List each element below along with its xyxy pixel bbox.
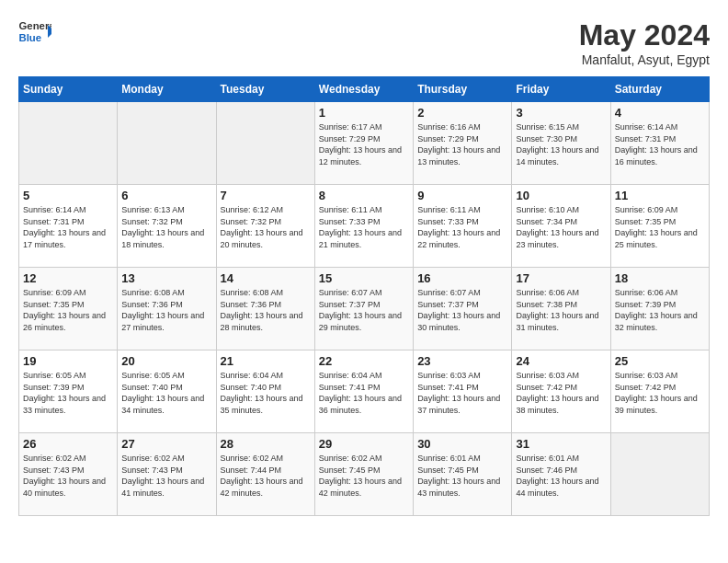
day-info: Sunrise: 6:06 AMSunset: 7:39 PMDaylight:… [615,287,705,333]
day-number: 14 [221,271,311,285]
weekday-header-wednesday: Wednesday [314,77,413,102]
weekday-header-row: SundayMondayTuesdayWednesdayThursdayFrid… [19,77,710,102]
title-area: May 2024 Manfalut, Asyut, Egypt [579,18,710,67]
calendar-cell: 25 Sunrise: 6:03 AMSunset: 7:42 PMDaylig… [610,350,709,433]
calendar-cell: 19 Sunrise: 6:05 AMSunset: 7:39 PMDaylig… [19,350,118,433]
day-number: 4 [615,106,705,120]
day-info: Sunrise: 6:12 AMSunset: 7:32 PMDaylight:… [221,204,311,250]
day-number: 9 [417,189,507,202]
calendar-week-row: 5 Sunrise: 6:14 AMSunset: 7:31 PMDayligh… [19,185,710,268]
day-info: Sunrise: 6:11 AMSunset: 7:33 PMDaylight:… [319,204,409,250]
calendar-cell: 13 Sunrise: 6:08 AMSunset: 7:36 PMDaylig… [118,268,216,350]
day-info: Sunrise: 6:02 AMSunset: 7:45 PMDaylight:… [319,453,409,499]
day-info: Sunrise: 6:07 AMSunset: 7:37 PMDaylight:… [417,287,507,333]
day-number: 6 [121,189,211,202]
day-info: Sunrise: 6:02 AMSunset: 7:43 PMDaylight:… [121,453,211,499]
calendar-cell: 24 Sunrise: 6:03 AMSunset: 7:42 PMDaylig… [512,350,610,433]
day-info: Sunrise: 6:09 AMSunset: 7:35 PMDaylight:… [23,287,113,333]
day-info: Sunrise: 6:06 AMSunset: 7:38 PMDaylight:… [516,287,606,333]
calendar-cell: 15 Sunrise: 6:07 AMSunset: 7:37 PMDaylig… [314,268,413,350]
day-info: Sunrise: 6:16 AMSunset: 7:29 PMDaylight:… [417,121,507,167]
day-number: 16 [417,271,507,285]
calendar-cell: 7 Sunrise: 6:12 AMSunset: 7:32 PMDayligh… [216,185,314,268]
day-number: 21 [221,354,311,368]
calendar-cell: 11 Sunrise: 6:09 AMSunset: 7:35 PMDaylig… [610,185,709,268]
day-number: 8 [319,189,409,202]
calendar-cell: 18 Sunrise: 6:06 AMSunset: 7:39 PMDaylig… [610,268,709,350]
day-number: 2 [417,106,507,120]
day-info: Sunrise: 6:08 AMSunset: 7:36 PMDaylight:… [121,287,211,333]
day-number: 17 [516,271,606,285]
day-number: 1 [319,106,409,120]
day-number: 26 [23,437,113,451]
day-info: Sunrise: 6:02 AMSunset: 7:43 PMDaylight:… [23,453,113,499]
calendar-cell: 10 Sunrise: 6:10 AMSunset: 7:34 PMDaylig… [512,185,610,268]
calendar-cell: 8 Sunrise: 6:11 AMSunset: 7:33 PMDayligh… [314,185,413,268]
calendar-cell: 3 Sunrise: 6:15 AMSunset: 7:30 PMDayligh… [512,102,610,185]
day-info: Sunrise: 6:01 AMSunset: 7:46 PMDaylight:… [516,453,606,499]
day-number: 25 [615,354,705,368]
calendar-cell: 20 Sunrise: 6:05 AMSunset: 7:40 PMDaylig… [118,350,216,433]
weekday-header-friday: Friday [512,77,610,102]
calendar-cell: 26 Sunrise: 6:02 AMSunset: 7:43 PMDaylig… [19,433,118,516]
calendar-cell: 30 Sunrise: 6:01 AMSunset: 7:45 PMDaylig… [414,433,512,516]
weekday-header-thursday: Thursday [414,77,512,102]
day-number: 13 [121,271,211,285]
calendar-cell: 29 Sunrise: 6:02 AMSunset: 7:45 PMDaylig… [314,433,413,516]
calendar-cell [216,102,314,185]
day-info: Sunrise: 6:14 AMSunset: 7:31 PMDaylight:… [23,204,113,250]
day-info: Sunrise: 6:09 AMSunset: 7:35 PMDaylight:… [615,204,705,250]
day-info: Sunrise: 6:04 AMSunset: 7:40 PMDaylight:… [221,370,311,416]
day-info: Sunrise: 6:07 AMSunset: 7:37 PMDaylight:… [319,287,409,333]
day-number: 20 [121,354,211,368]
day-info: Sunrise: 6:04 AMSunset: 7:41 PMDaylight:… [319,370,409,416]
day-info: Sunrise: 6:17 AMSunset: 7:29 PMDaylight:… [319,121,409,167]
day-number: 19 [23,354,113,368]
day-info: Sunrise: 6:03 AMSunset: 7:42 PMDaylight:… [615,370,705,416]
header: General Blue May 2024 Manfalut, Asyut, E… [18,18,710,67]
calendar-cell: 23 Sunrise: 6:03 AMSunset: 7:41 PMDaylig… [414,350,512,433]
calendar-cell: 22 Sunrise: 6:04 AMSunset: 7:41 PMDaylig… [314,350,413,433]
day-info: Sunrise: 6:15 AMSunset: 7:30 PMDaylight:… [516,121,606,167]
logo-icon: General Blue [18,18,51,44]
svg-text:Blue: Blue [19,32,42,43]
calendar-cell: 1 Sunrise: 6:17 AMSunset: 7:29 PMDayligh… [314,102,413,185]
calendar-cell: 2 Sunrise: 6:16 AMSunset: 7:29 PMDayligh… [414,102,512,185]
day-number: 5 [23,189,113,202]
day-info: Sunrise: 6:10 AMSunset: 7:34 PMDaylight:… [516,204,606,250]
day-number: 7 [221,189,311,202]
calendar-cell: 28 Sunrise: 6:02 AMSunset: 7:44 PMDaylig… [216,433,314,516]
day-info: Sunrise: 6:14 AMSunset: 7:31 PMDaylight:… [615,121,705,167]
day-number: 23 [417,354,507,368]
calendar-week-row: 26 Sunrise: 6:02 AMSunset: 7:43 PMDaylig… [19,433,710,516]
calendar-week-row: 19 Sunrise: 6:05 AMSunset: 7:39 PMDaylig… [19,350,710,433]
calendar-cell: 5 Sunrise: 6:14 AMSunset: 7:31 PMDayligh… [19,185,118,268]
weekday-header-tuesday: Tuesday [216,77,314,102]
day-number: 24 [516,354,606,368]
day-number: 10 [516,189,606,202]
day-info: Sunrise: 6:03 AMSunset: 7:42 PMDaylight:… [516,370,606,416]
calendar-cell: 6 Sunrise: 6:13 AMSunset: 7:32 PMDayligh… [118,185,216,268]
day-info: Sunrise: 6:05 AMSunset: 7:40 PMDaylight:… [121,370,211,416]
day-info: Sunrise: 6:05 AMSunset: 7:39 PMDaylight:… [23,370,113,416]
calendar-cell: 14 Sunrise: 6:08 AMSunset: 7:36 PMDaylig… [216,268,314,350]
weekday-header-sunday: Sunday [19,77,118,102]
day-number: 29 [319,437,409,451]
day-info: Sunrise: 6:01 AMSunset: 7:45 PMDaylight:… [417,453,507,499]
calendar-cell [610,433,709,516]
day-info: Sunrise: 6:02 AMSunset: 7:44 PMDaylight:… [221,453,311,499]
day-number: 18 [615,271,705,285]
day-number: 27 [121,437,211,451]
weekday-header-monday: Monday [118,77,216,102]
calendar-cell: 4 Sunrise: 6:14 AMSunset: 7:31 PMDayligh… [610,102,709,185]
day-number: 22 [319,354,409,368]
calendar-cell: 12 Sunrise: 6:09 AMSunset: 7:35 PMDaylig… [19,268,118,350]
calendar-cell: 21 Sunrise: 6:04 AMSunset: 7:40 PMDaylig… [216,350,314,433]
calendar-table: SundayMondayTuesdayWednesdayThursdayFrid… [18,76,710,516]
weekday-header-saturday: Saturday [610,77,709,102]
calendar-cell: 17 Sunrise: 6:06 AMSunset: 7:38 PMDaylig… [512,268,610,350]
day-number: 30 [417,437,507,451]
calendar-cell: 16 Sunrise: 6:07 AMSunset: 7:37 PMDaylig… [414,268,512,350]
logo: General Blue [18,18,55,44]
calendar-cell: 31 Sunrise: 6:01 AMSunset: 7:46 PMDaylig… [512,433,610,516]
